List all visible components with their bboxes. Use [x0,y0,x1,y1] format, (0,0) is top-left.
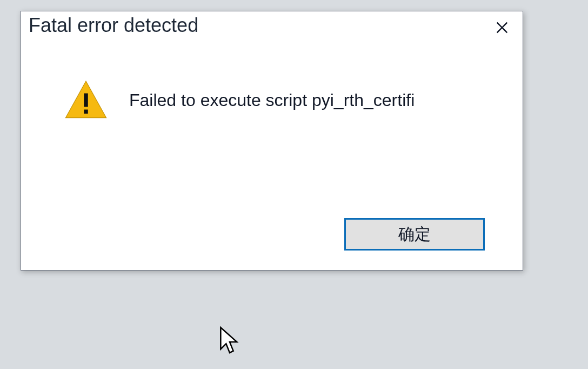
close-button[interactable] [489,15,515,41]
ok-button[interactable]: 确定 [344,218,485,251]
dialog-content: Failed to execute script pyi_rth_certifi [21,46,523,133]
svg-rect-4 [84,110,88,114]
close-icon [495,20,510,35]
dialog-title: Fatal error detected [29,15,198,36]
error-dialog: Fatal error detected Failed to execute s… [21,11,523,271]
mouse-cursor-icon [219,326,240,353]
titlebar: Fatal error detected [21,11,523,46]
warning-icon [64,78,108,122]
svg-marker-5 [220,327,237,353]
error-message: Failed to execute script pyi_rth_certifi [129,90,415,110]
svg-rect-3 [84,94,88,107]
button-row: 确定 [344,218,485,251]
